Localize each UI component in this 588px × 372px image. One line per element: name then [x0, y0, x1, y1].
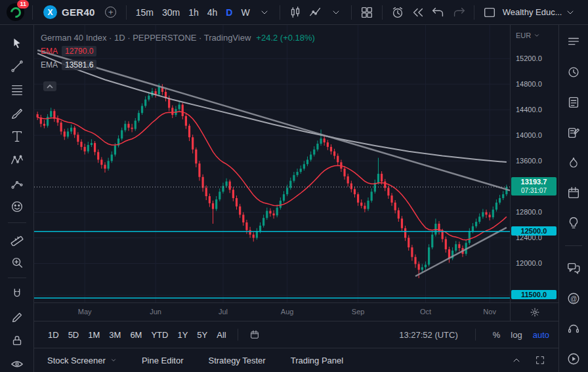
- divider: [126, 5, 127, 20]
- hide-drawings-button[interactable]: [8, 356, 26, 372]
- play-circle-icon: [566, 352, 581, 366]
- undo-arrow-icon: [431, 5, 446, 20]
- alert-button[interactable]: [388, 3, 408, 22]
- tab-stock-screener[interactable]: Stock Screener: [47, 356, 117, 365]
- time-axis-month: Sep: [352, 308, 365, 316]
- symbol-search-button[interactable]: X GER40: [38, 3, 100, 21]
- chart-legend: German 40 Index · 1D · PEPPERSTONE · Tra…: [41, 33, 315, 70]
- chevron-down-icon: [110, 357, 117, 363]
- timeframe-15m[interactable]: 15m: [132, 5, 158, 20]
- emoji-tool-button[interactable]: [8, 199, 26, 215]
- plus-icon: +: [105, 7, 116, 18]
- price-scale-label: 14800.0: [516, 80, 542, 88]
- range-5y[interactable]: 5Y: [192, 327, 212, 342]
- compare-add-button[interactable]: +: [101, 3, 121, 22]
- mentions-button[interactable]: @: [564, 291, 583, 306]
- news-button[interactable]: [564, 94, 583, 110]
- templates-grid-button[interactable]: [357, 3, 377, 22]
- price-scale[interactable]: EUR 15200.014800.014400.014000.013600.01…: [510, 25, 558, 302]
- cursor-tool-button[interactable]: [8, 35, 26, 51]
- brush-tool-button[interactable]: [8, 106, 26, 121]
- grid-icon: [360, 5, 374, 20]
- fib-retracement-tool-button[interactable]: [8, 82, 26, 98]
- time-axis-month: Nov: [483, 308, 496, 316]
- top-toolbar: 11 X GER40 + 15m 30m 1h 4h D W: [0, 0, 588, 25]
- chevron-down-icon[interactable]: [565, 7, 576, 18]
- ema-fast-value: 12790.0: [62, 46, 96, 56]
- chart-title[interactable]: German 40 Index · 1D · PEPPERSTONE · Tra…: [41, 33, 251, 43]
- help-button[interactable]: [564, 321, 583, 337]
- range-all[interactable]: All: [212, 327, 230, 342]
- text-tool-button[interactable]: [8, 129, 26, 145]
- tab-label: Pine Editor: [142, 356, 184, 365]
- chart-type-candles-button[interactable]: [285, 3, 305, 22]
- ema-slow-value: 13581.6: [62, 60, 96, 70]
- timeframe-30m[interactable]: 30m: [158, 5, 184, 20]
- range-1m[interactable]: 1M: [83, 327, 104, 342]
- last-price-value: 13193.7: [511, 178, 556, 186]
- tab-pine-editor[interactable]: Pine Editor: [142, 356, 184, 365]
- chat-button[interactable]: [564, 260, 583, 276]
- utc-clock[interactable]: 13:27:52 (UTC): [399, 330, 458, 340]
- range-1d[interactable]: 1D: [43, 327, 64, 342]
- indicators-button[interactable]: [306, 3, 326, 22]
- percent-scale-button[interactable]: %: [493, 330, 501, 340]
- watchlist-button[interactable]: [564, 34, 583, 50]
- timeframe-4h[interactable]: 4h: [203, 5, 222, 20]
- fullscreen-icon[interactable]: [535, 355, 545, 365]
- svg-text:@: @: [570, 295, 577, 302]
- news-icon: [566, 95, 581, 110]
- timeframe-1d[interactable]: D: [222, 5, 236, 20]
- alerts-button[interactable]: [564, 64, 583, 80]
- chart-pane[interactable]: German 40 Index · 1D · PEPPERSTONE · Tra…: [34, 25, 510, 302]
- drawing-mode-button[interactable]: [8, 310, 26, 325]
- range-6m[interactable]: 6M: [125, 327, 146, 342]
- range-ytd[interactable]: YTD: [146, 327, 173, 342]
- timeframe-menu-button[interactable]: [255, 3, 274, 22]
- ema-fast-legend[interactable]: EMA 12790.0: [41, 46, 315, 56]
- calendar-icon: [566, 186, 581, 200]
- range-5d[interactable]: 5D: [64, 327, 84, 342]
- time-axis-month: Jun: [150, 308, 161, 316]
- layout-name[interactable]: Wealthy Educ...: [503, 7, 562, 17]
- hotlists-button[interactable]: [564, 155, 583, 171]
- indicators-menu-button[interactable]: [326, 3, 346, 22]
- log-scale-button[interactable]: log: [511, 330, 522, 340]
- chevron-up-icon[interactable]: [511, 355, 522, 365]
- lock-drawings-button[interactable]: [8, 333, 26, 349]
- tab-strategy-tester[interactable]: Strategy Tester: [208, 356, 265, 365]
- trend-line-tool-button[interactable]: [8, 59, 26, 75]
- tab-label: Strategy Tester: [208, 356, 265, 365]
- xabcd-pattern-tool-button[interactable]: [8, 152, 26, 168]
- line-chart-icon: [308, 5, 323, 20]
- ideas-button[interactable]: [564, 215, 583, 231]
- timeframe-1h[interactable]: 1h: [184, 5, 203, 20]
- gear-icon[interactable]: [530, 307, 540, 318]
- zoom-in-tool-button[interactable]: [8, 255, 26, 270]
- workspace-logo[interactable]: 11: [7, 3, 24, 21]
- magnet-mode-button[interactable]: [8, 286, 26, 302]
- forecast-tool-button[interactable]: [8, 176, 26, 192]
- divider: [280, 5, 280, 20]
- auto-scale-button[interactable]: auto: [533, 330, 549, 340]
- layout-button[interactable]: [480, 3, 499, 22]
- undo-button[interactable]: [429, 3, 448, 22]
- currency-selector[interactable]: EUR: [516, 31, 540, 39]
- ema-slow-legend[interactable]: EMA 13581.6: [41, 60, 315, 70]
- bar-replay-button[interactable]: [408, 3, 428, 22]
- legend-collapse-button[interactable]: [43, 81, 56, 91]
- timeframe-1w[interactable]: W: [237, 5, 253, 20]
- chevron-down-icon: [534, 32, 540, 39]
- goto-date-button[interactable]: [245, 325, 264, 344]
- range-1y[interactable]: 1Y: [173, 327, 192, 342]
- calendar-button[interactable]: [564, 185, 583, 201]
- range-3m[interactable]: 3M: [104, 327, 125, 342]
- streams-button[interactable]: [564, 351, 583, 367]
- measure-tool-button[interactable]: [8, 231, 26, 247]
- notebook-button[interactable]: [564, 125, 583, 140]
- redo-button[interactable]: [449, 3, 469, 22]
- redo-arrow-icon: [452, 5, 466, 20]
- time-axis[interactable]: MayJunJulAugSepOctNov: [34, 302, 558, 321]
- tab-trading-panel[interactable]: Trading Panel: [291, 356, 343, 365]
- currency-label: EUR: [516, 31, 531, 39]
